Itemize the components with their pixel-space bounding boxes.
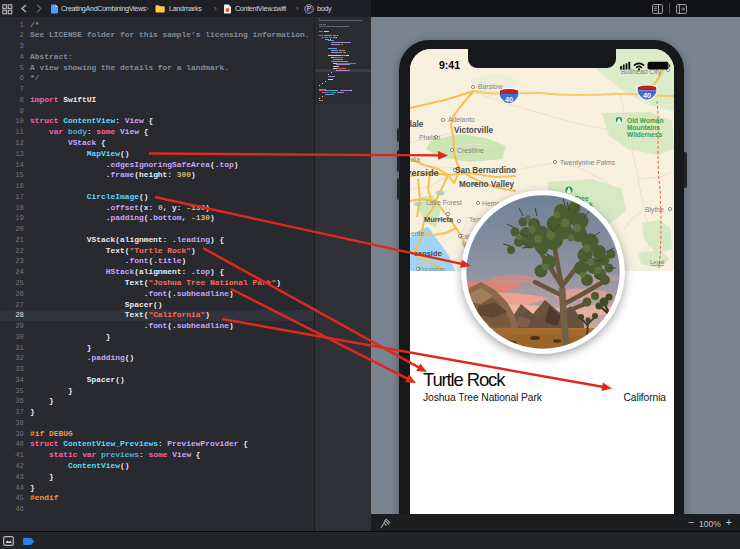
svg-text:Victorville: Victorville (454, 126, 493, 135)
svg-text:Encinitas: Encinitas (418, 266, 446, 271)
svg-text:Old Woman: Old Woman (627, 117, 664, 124)
svg-text:Mountains: Mountains (627, 124, 660, 131)
svg-text:ente: ente (411, 230, 424, 237)
svg-text:dia: dia (411, 156, 420, 163)
svg-text:Crestline: Crestline (457, 147, 484, 154)
svg-text:Twentynine Palms: Twentynine Palms (560, 159, 616, 167)
svg-text:San Bernardino: San Bernardino (455, 166, 516, 175)
svg-text:Barstow: Barstow (478, 83, 503, 90)
svg-text:Blythe: Blythe (645, 206, 664, 214)
svg-text:Wilderness: Wilderness (627, 131, 662, 138)
svg-text:dale: dale (410, 120, 424, 129)
svg-text:40: 40 (643, 91, 651, 100)
svg-text:Lake Forest: Lake Forest (426, 199, 462, 206)
svg-text:eanside: eanside (414, 249, 442, 258)
svg-text:Phelan: Phelan (419, 134, 440, 141)
svg-text:40: 40 (505, 95, 513, 104)
svg-text:Adelanto: Adelanto (448, 116, 475, 123)
svg-text:Legal: Legal (650, 259, 664, 265)
svg-text:verside: verside (410, 167, 439, 178)
svg-text:Moreno Valley: Moreno Valley (459, 180, 515, 189)
svg-text:Murrieta: Murrieta (424, 215, 454, 224)
svg-text:P: P (307, 5, 311, 12)
